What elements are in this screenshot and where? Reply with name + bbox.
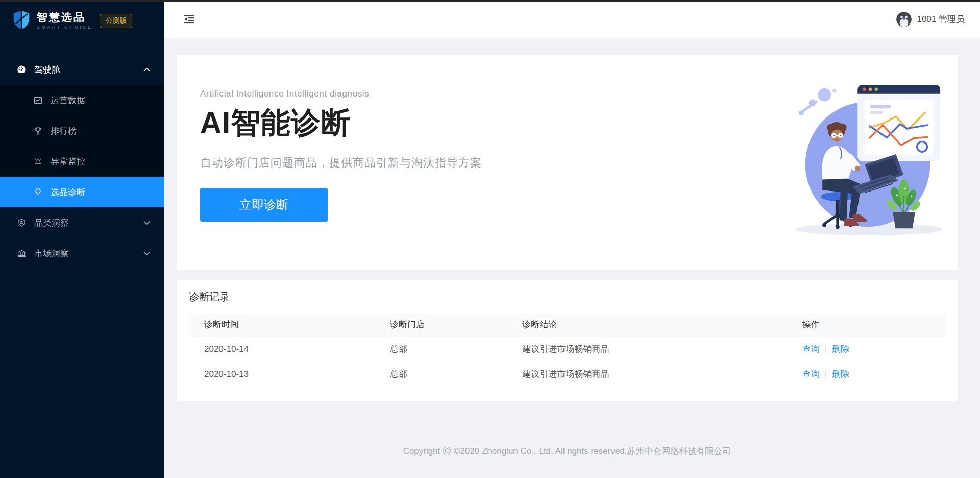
sidebar-item-anomaly-monitor[interactable]: 异常监控 — [0, 146, 164, 177]
sidebar-menu: 驾驶舱 运营数据 — [0, 54, 164, 269]
brand-subtitle: SMART CHOICE — [37, 25, 92, 30]
delete-link[interactable]: 删除 — [832, 369, 849, 379]
cell-actions: 查询|删除 — [794, 337, 945, 362]
cell-store: 总部 — [382, 337, 514, 362]
analyst-presenting-chart-illustration — [793, 80, 944, 237]
penguin-avatar — [896, 12, 912, 27]
cell-actions: 查询|删除 — [794, 362, 945, 387]
col-header-store: 诊断门店 — [382, 313, 514, 337]
diagnosis-records-card: 诊断记录 诊断时间 诊断门店 诊断结论 操作 2020-10-14 — [177, 280, 958, 401]
col-header-actions: 操作 — [794, 313, 945, 337]
delete-link[interactable]: 删除 — [832, 344, 849, 354]
sidebar-item-cockpit[interactable]: 驾驶舱 — [0, 54, 164, 85]
chart-line-icon — [33, 95, 43, 105]
dashboard-icon — [16, 64, 27, 75]
table-header-row: 诊断时间 诊断门店 诊断结论 操作 — [189, 313, 945, 337]
alarm-icon — [33, 156, 43, 166]
brand-logo[interactable]: 智慧选品 SMART CHOICE 公测版 — [0, 0, 164, 40]
records-table: 诊断时间 诊断门店 诊断结论 操作 2020-10-14 总部 建议引进市场畅销… — [189, 313, 945, 387]
cell-store: 总部 — [382, 362, 514, 387]
main-area: 1001 管理员 Artificial Intelligence Intelli… — [164, 0, 980, 478]
sidebar-item-label: 选品诊断 — [51, 186, 85, 198]
bulb-icon — [33, 187, 43, 197]
diagnose-now-button[interactable]: 立即诊断 — [200, 188, 328, 222]
sidebar-item-selection-diagnosis[interactable]: 选品诊断 — [0, 177, 164, 207]
sidebar-item-category-insight[interactable]: 品类洞察 — [0, 207, 164, 238]
trophy-icon — [33, 126, 43, 136]
link-divider: | — [825, 369, 827, 379]
records-title: 诊断记录 — [189, 290, 945, 304]
brand-title: 智慧选品 — [37, 12, 92, 23]
col-header-time: 诊断时间 — [189, 313, 382, 337]
sidebar: 智慧选品 SMART CHOICE 公测版 驾驶舱 — [0, 0, 164, 478]
brand-text: 智慧选品 SMART CHOICE — [37, 12, 92, 30]
sidebar-item-label: 异常监控 — [51, 156, 85, 168]
window-top-strip — [0, 0, 980, 2]
ai-diagnosis-banner: Artificial Intelligence Intelligent diag… — [177, 55, 958, 270]
table-row: 2020-10-14 总部 建议引进市场畅销商品 查询|删除 — [189, 337, 945, 362]
cell-time: 2020-10-14 — [189, 337, 382, 362]
query-link[interactable]: 查询 — [802, 344, 820, 354]
sidebar-item-ranking[interactable]: 排行榜 — [0, 115, 164, 146]
chevron-down-icon — [143, 221, 150, 225]
top-header: 1001 管理员 — [164, 0, 980, 39]
sidebar-item-market-insight[interactable]: 市场洞察 — [0, 238, 164, 269]
chevron-up-icon — [143, 67, 150, 72]
cell-conclusion: 建议引进市场畅销商品 — [514, 362, 794, 387]
link-divider: | — [825, 344, 827, 354]
shield-logo-icon — [12, 10, 31, 32]
page-content: Artificial Intelligence Intelligent diag… — [164, 39, 980, 478]
table-row: 2020-10-13 总部 建议引进市场畅销商品 查询|删除 — [189, 362, 945, 387]
cell-conclusion: 建议引进市场畅销商品 — [514, 337, 794, 362]
app-root: 智慧选品 SMART CHOICE 公测版 驾驶舱 — [0, 0, 980, 478]
user-name: 1001 管理员 — [917, 13, 965, 25]
sidebar-item-label: 排行榜 — [51, 125, 77, 137]
beta-badge: 公测版 — [100, 14, 132, 28]
cell-time: 2020-10-13 — [189, 362, 382, 387]
sidebar-item-label: 运营数据 — [51, 94, 85, 106]
sidebar-item-label: 品类洞察 — [34, 217, 69, 229]
sidebar-item-label: 市场洞察 — [34, 248, 69, 259]
col-header-conclusion: 诊断结论 — [514, 313, 794, 337]
cockpit-submenu: 运营数据 排行榜 — [0, 85, 164, 207]
bank-icon — [16, 248, 27, 258]
copyright-footer: Copyright Ⓒ ©2020 Zhonglun Co., Ltd. All… — [177, 445, 958, 457]
security-scan-icon — [16, 218, 27, 228]
sidebar-item-operation-data[interactable]: 运营数据 — [0, 85, 164, 115]
user-menu[interactable]: 1001 管理员 — [896, 12, 965, 27]
sidebar-item-label: 驾驶舱 — [34, 64, 60, 76]
chevron-down-icon — [143, 251, 150, 256]
query-link[interactable]: 查询 — [802, 369, 820, 379]
menu-fold-icon[interactable] — [182, 12, 197, 27]
